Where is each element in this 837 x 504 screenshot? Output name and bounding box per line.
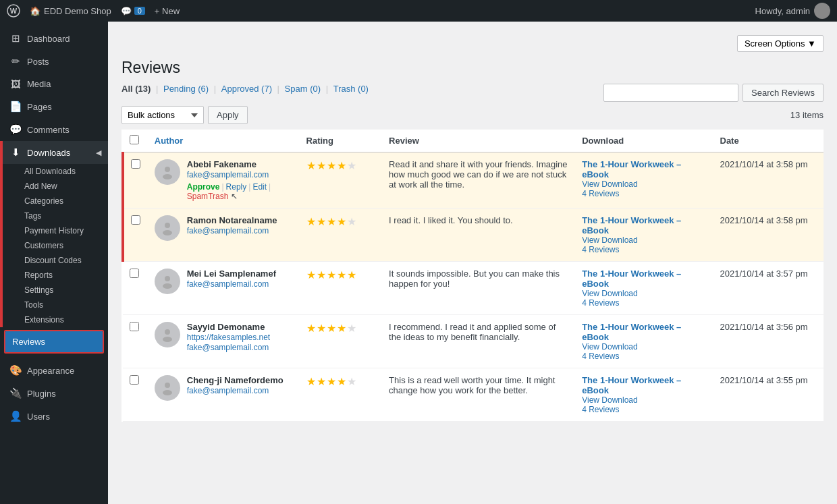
site-name[interactable]: 🏠 EDD Demo Shop — [30, 6, 111, 16]
sidebar-item-discount-codes[interactable]: Discount Codes — [3, 253, 108, 268]
date-header: Date — [713, 130, 824, 152]
edit-link[interactable]: Edit — [252, 182, 267, 192]
sidebar-item-pages[interactable]: 📄 Pages — [0, 95, 108, 118]
filter-pending[interactable]: Pending (6) — [163, 84, 209, 94]
comments-icon: 💬 — [9, 123, 22, 136]
cursor-icon: ↖ — [231, 192, 238, 201]
new-link[interactable]: + New — [155, 6, 180, 16]
author-name: Cheng-ji Namefordemo — [187, 375, 284, 385]
author-info: Sayyid Demoname https://fakesamples.net … — [187, 322, 270, 352]
row-checkbox[interactable] — [130, 269, 139, 278]
view-download-link[interactable]: View Download — [582, 342, 706, 352]
spam-link[interactable]: Spam — [187, 192, 208, 201]
author-email[interactable]: fake@samplemail.com — [187, 226, 269, 235]
author-email[interactable]: fake@samplemail.com — [187, 170, 269, 179]
sidebar-item-payment-history[interactable]: Payment History — [3, 223, 108, 238]
sidebar-item-comments[interactable]: 💬 Comments — [0, 118, 108, 141]
sidebar-item-categories[interactable]: Categories — [3, 194, 108, 208]
dashboard-icon: ⊞ — [9, 32, 22, 45]
sidebar-item-settings[interactable]: Settings — [3, 283, 108, 298]
date-value: 2021/10/14 at 3:56 pm — [720, 322, 808, 332]
apply-button[interactable]: Apply — [208, 106, 248, 124]
items-count: 13 items — [790, 110, 824, 120]
sidebar-item-add-new[interactable]: Add New — [3, 179, 108, 194]
num-reviews-link[interactable]: 4 Reviews — [582, 352, 706, 361]
trash-link[interactable]: Trash — [208, 192, 228, 201]
sidebar-item-plugins[interactable]: 🔌 Plugins — [0, 382, 108, 405]
star-rating: ★★★★★ — [306, 269, 376, 281]
review-cell: I recommend. I read it and applied some … — [382, 315, 575, 368]
num-reviews-link[interactable]: 4 Reviews — [582, 405, 706, 414]
sidebar-item-tags[interactable]: Tags — [3, 208, 108, 223]
date-cell: 2021/10/14 at 3:58 pm — [713, 208, 824, 262]
date-value: 2021/10/14 at 3:58 pm — [720, 215, 808, 225]
sidebar-item-dashboard[interactable]: ⊞ Dashboard — [0, 27, 108, 50]
sidebar-item-posts[interactable]: ✏ Posts — [0, 50, 108, 73]
view-download-link[interactable]: View Download — [582, 179, 706, 189]
toolbar: Bulk actions Approve Mark as Spam Move t… — [122, 106, 824, 124]
view-download-link[interactable]: View Download — [582, 235, 706, 245]
search-reviews-button[interactable]: Search Reviews — [742, 84, 824, 102]
download-title-link[interactable]: The 1-Hour Workweek – eBook — [582, 375, 681, 395]
author-email[interactable]: fake@samplemail.com — [187, 343, 269, 352]
select-all-checkbox[interactable] — [130, 135, 139, 144]
author-email[interactable]: fake@samplemail.com — [187, 279, 269, 289]
filter-all[interactable]: All (13) — [122, 84, 151, 94]
date-value: 2021/10/14 at 3:55 pm — [720, 375, 808, 385]
table-row: Cheng-ji Namefordemo fake@samplemail.com… — [123, 368, 824, 422]
svg-point-8 — [165, 329, 170, 335]
author-cell: Cheng-ji Namefordemo fake@samplemail.com — [155, 375, 293, 401]
sidebar-item-media[interactable]: 🖼 Media — [0, 73, 108, 95]
filter-trash[interactable]: Trash (0) — [333, 84, 369, 94]
sidebar-item-appearance[interactable]: 🎨 Appearance — [0, 359, 108, 382]
reply-link[interactable]: Reply — [226, 182, 247, 192]
view-download-link[interactable]: View Download — [582, 289, 706, 298]
row-checkbox[interactable] — [130, 375, 139, 385]
sidebar-item-tools[interactable]: Tools — [3, 298, 108, 312]
download-title-link[interactable]: The 1-Hour Workweek – eBook — [582, 215, 681, 235]
comment-count[interactable]: 💬 0 — [121, 6, 145, 16]
sidebar-item-all-downloads[interactable]: All Downloads — [3, 164, 108, 179]
star-rating: ★★★★★ — [306, 159, 376, 172]
num-reviews-link[interactable]: 4 Reviews — [582, 189, 706, 198]
review-cell: Read it and share it with your friends. … — [382, 152, 575, 208]
filter-approved[interactable]: Approved (7) — [221, 84, 272, 94]
svg-point-3 — [163, 174, 172, 179]
rating-cell: ★★★★★ — [300, 152, 383, 208]
download-title-link[interactable]: The 1-Hour Workweek – eBook — [582, 159, 681, 179]
wp-logo[interactable]: W — [7, 4, 20, 18]
search-area: Search Reviews — [603, 84, 824, 102]
rating-cell: ★★★★★ — [300, 208, 383, 262]
bulk-actions-select[interactable]: Bulk actions Approve Mark as Spam Move t… — [122, 106, 204, 124]
table-row: Mei Lei Samplenamef fake@samplemail.com … — [123, 262, 824, 315]
downloads-arrow: ◀ — [96, 148, 101, 157]
row-checkbox[interactable] — [130, 322, 139, 331]
download-title-link[interactable]: The 1-Hour Workweek – eBook — [582, 269, 681, 289]
num-reviews-link[interactable]: 4 Reviews — [582, 298, 706, 308]
download-cell: The 1-Hour Workweek – eBook View Downloa… — [575, 208, 713, 262]
author-url[interactable]: https://fakesamples.net — [187, 333, 270, 342]
author-sort-link[interactable]: Author — [155, 136, 184, 146]
sidebar-item-customers[interactable]: Customers — [3, 238, 108, 253]
review-cell: It sounds impossible. But you can make t… — [382, 262, 575, 315]
search-input[interactable] — [603, 84, 738, 102]
view-download-link[interactable]: View Download — [582, 395, 706, 405]
sidebar-item-downloads[interactable]: ⬇ Downloads ◀ — [3, 141, 108, 164]
screen-options-bar: Screen Options ▼ — [122, 35, 824, 52]
posts-icon: ✏ — [9, 55, 22, 67]
review-cell: I read it. I liked it. You should to. — [382, 208, 575, 262]
approve-link[interactable]: Approve — [187, 182, 220, 192]
sidebar-item-reviews[interactable]: Reviews — [5, 331, 103, 352]
num-reviews-link[interactable]: 4 Reviews — [582, 245, 706, 254]
screen-options-button[interactable]: Screen Options ▼ — [737, 35, 824, 52]
author-email[interactable]: fake@samplemail.com — [187, 386, 269, 395]
filter-spam[interactable]: Spam (0) — [285, 84, 321, 94]
row-actions: Approve | Reply | Edit | Spam Trash ↖ — [187, 182, 293, 201]
download-title-link[interactable]: The 1-Hour Workweek – eBook — [582, 322, 681, 342]
sidebar-item-reports[interactable]: Reports — [3, 268, 108, 283]
users-icon: 👤 — [9, 410, 22, 422]
sidebar-item-users[interactable]: 👤 Users — [0, 405, 108, 428]
sidebar-item-extensions[interactable]: Extensions — [3, 312, 108, 327]
row-checkbox[interactable] — [131, 159, 140, 169]
row-checkbox[interactable] — [131, 215, 140, 225]
